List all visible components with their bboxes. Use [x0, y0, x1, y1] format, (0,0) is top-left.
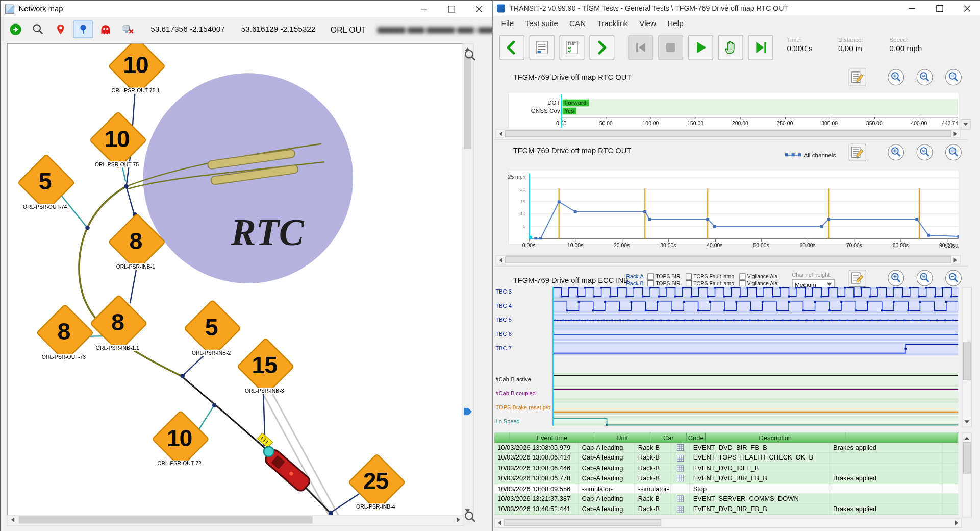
maximize-button[interactable] [438, 1, 465, 17]
back-button[interactable] [499, 35, 524, 60]
cursor-line[interactable] [561, 94, 562, 128]
zoom-all-button[interactable]: All [916, 144, 933, 161]
zoom-out-button[interactable] [945, 144, 962, 161]
table-row[interactable]: 3810/03/2026 13:08:06.778Cab-A leadingRa… [494, 474, 958, 484]
close-button[interactable] [953, 1, 980, 15]
panel1-scroll-down-button[interactable] [961, 119, 971, 130]
scroll-left-button[interactable] [8, 516, 16, 524]
checkbox[interactable] [739, 280, 745, 286]
table-row[interactable]: 3610/03/2026 13:08:06.414Cab-A leadingRa… [494, 453, 958, 463]
test-sheet-button[interactable]: TEST [559, 35, 584, 60]
test-list-button[interactable] [530, 35, 555, 60]
checkbox[interactable] [647, 273, 654, 279]
play-to-end-button[interactable] [748, 35, 773, 60]
table-row[interactable]: 4010/03/2026 13:21:37.387Cab-A leadingRa… [494, 494, 958, 504]
scrollbar-thumb[interactable] [505, 130, 951, 137]
table-header-cell[interactable]: Unit [594, 432, 650, 443]
table-row[interactable]: 3710/03/2026 13:08:06.446Cab-A leadingRa… [494, 464, 958, 474]
scrollbar-thumb[interactable] [963, 342, 971, 380]
scrollbar-thumb[interactable] [504, 519, 661, 526]
location-pin-button[interactable] [51, 20, 70, 38]
pushpin-button[interactable] [73, 20, 93, 38]
table-header-cell[interactable]: Code [687, 432, 706, 443]
titlebar[interactable]: Network map [1, 1, 492, 17]
edit-display-button[interactable] [849, 69, 866, 86]
table-header-cell[interactable] [494, 432, 510, 443]
menu-item-help[interactable]: Help [662, 17, 689, 30]
panel3-vertical-scrollbar[interactable] [962, 287, 972, 427]
edit-display-button[interactable] [849, 270, 866, 287]
scrollbar-thumb[interactable] [963, 442, 971, 473]
close-button[interactable] [465, 1, 492, 17]
minimize-button[interactable] [898, 1, 926, 15]
titlebar[interactable]: TRANSIT-2 v0.99.90 - TfGM Tests - Genera… [493, 1, 980, 15]
state-band [561, 99, 958, 107]
checkbox-tops-bir[interactable]: TOPS BIR [647, 280, 680, 286]
checkbox-tops-fault-lamp[interactable]: TOPS Fault lamp [685, 280, 734, 286]
map-vertical-scrollbar[interactable] [463, 43, 474, 516]
table-vertical-scrollbar[interactable] [962, 432, 972, 518]
maximize-button[interactable] [925, 1, 953, 15]
map-zoom-top-button[interactable] [462, 47, 478, 63]
checkbox[interactable] [739, 273, 745, 279]
table-header-cell[interactable]: Description [706, 432, 845, 443]
stop-button[interactable] [658, 35, 683, 60]
zoom-tool-button[interactable] [28, 20, 48, 38]
menu-item-view[interactable]: View [634, 17, 662, 30]
edit-display-button[interactable] [849, 144, 866, 161]
panel2-horizontal-scrollbar[interactable] [496, 255, 961, 264]
scroll-left-button[interactable] [496, 130, 505, 138]
menu-item-can[interactable]: CAN [564, 17, 591, 30]
table-row[interactable]: 3510/03/2026 13:08:05.979Cab-A leadingRa… [494, 443, 958, 453]
checkbox-vigilance-ala[interactable]: Vigilance Ala [739, 273, 777, 279]
checkbox[interactable] [685, 273, 691, 279]
zoom-all-button[interactable]: All [916, 69, 933, 86]
checkbox[interactable] [647, 280, 654, 286]
speed-chart-plot[interactable] [529, 173, 959, 239]
scroll-up-button[interactable] [963, 433, 971, 442]
scrollbar-thumb[interactable] [505, 256, 951, 263]
hold-hand-button[interactable] [718, 35, 743, 60]
follow-train-button[interactable] [6, 20, 26, 38]
menu-item-tracklink[interactable]: Tracklink [591, 17, 634, 30]
disconnect-button[interactable] [118, 20, 138, 38]
skip-to-start-button[interactable] [628, 35, 653, 60]
map-horizontal-scrollbar[interactable] [7, 515, 464, 526]
forward-button[interactable] [589, 35, 614, 60]
zoom-in-button[interactable] [888, 144, 904, 161]
zoom-all-button[interactable]: All [916, 270, 933, 286]
scroll-right-button[interactable] [952, 130, 960, 138]
digital-channels-plot[interactable] [552, 287, 958, 426]
scroll-left-button[interactable] [496, 256, 505, 264]
checkbox-tops-bir[interactable]: TOPS BIR [647, 273, 680, 279]
table-horizontal-scrollbar[interactable] [494, 518, 962, 528]
table-row[interactable]: 4110/03/2026 13:40:52.441Cab-A leadingRa… [494, 504, 958, 515]
table-header-cell[interactable]: Car [650, 432, 687, 443]
scroll-right-button[interactable] [952, 256, 960, 264]
checkbox-tops-fault-lamp[interactable]: TOPS Fault lamp [685, 273, 734, 279]
menu-item-test-suite[interactable]: Test suite [519, 17, 564, 30]
scroll-left-button[interactable] [495, 519, 503, 527]
scrollbar-thumb[interactable] [464, 55, 471, 149]
zoom-in-button[interactable] [888, 270, 904, 286]
menu-item-file[interactable]: File [496, 17, 520, 30]
map-zoom-bottom-button[interactable] [462, 509, 478, 525]
zoom-out-button[interactable] [945, 69, 962, 86]
checkbox-vigilance-ala[interactable]: Vigilance Ala [739, 280, 777, 286]
train-tracker-button[interactable] [95, 20, 115, 38]
map-canvas[interactable]: RTC [7, 43, 464, 516]
table-row[interactable]: 3910/03/2026 13:08:09.556-simulator--sim… [494, 484, 958, 494]
table-header-cell[interactable] [846, 432, 959, 443]
scroll-right-button[interactable] [953, 519, 961, 527]
minimize-button[interactable] [410, 1, 438, 17]
play-button[interactable] [688, 35, 713, 60]
table-header-cell[interactable]: Event time [510, 432, 594, 443]
zoom-in-button[interactable] [888, 69, 904, 86]
zoom-out-button[interactable] [945, 270, 962, 286]
legend-label[interactable]: All channels [804, 151, 836, 158]
scrollbar-thumb[interactable] [19, 516, 313, 524]
panel1-horizontal-scrollbar[interactable] [496, 129, 961, 138]
checkbox[interactable] [685, 280, 691, 286]
scroll-down-button[interactable] [963, 418, 971, 426]
speed-sign-label: ORL-PSR-OUT-72 [133, 461, 227, 467]
